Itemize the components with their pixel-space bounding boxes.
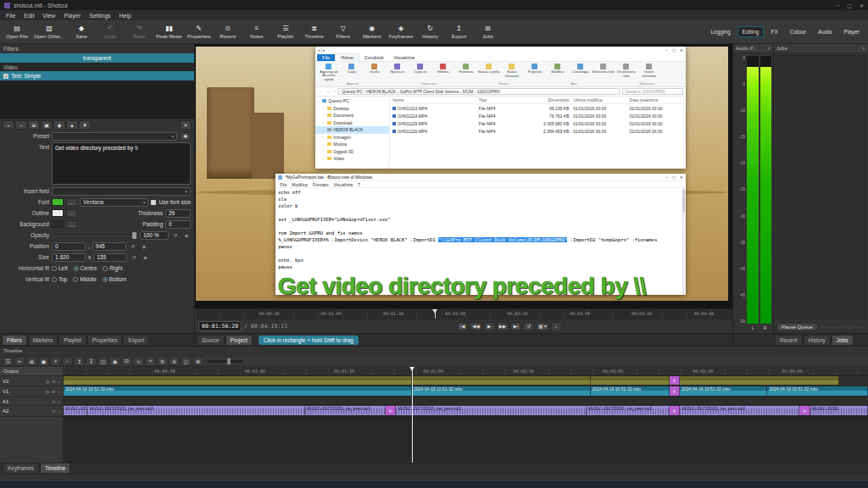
text-input[interactable]: Get video directory preceded by \\ [52,142,191,185]
tab-export[interactable]: Export [123,335,149,345]
clip[interactable]: MUSIC-262725333_nw_prev.mp3 [587,406,670,415]
clip[interactable]: 2024-04-19 10-51-32.mkv [412,386,591,396]
close-icon[interactable]: ✕ [862,46,865,51]
timeline-ruler[interactable]: 00:00:3000:01:0000:01:3000:02:0000:02:30… [64,367,868,376]
track-v2[interactable]: ✕ [64,376,868,386]
layout-player[interactable]: Player [839,26,865,37]
tab-jobs[interactable]: Jobs [832,335,854,345]
font-family-button[interactable]: Verdana [80,198,148,207]
insert-field-select[interactable] [52,187,191,196]
menu-item[interactable]: View [38,13,59,19]
tab-filters[interactable]: Filters [2,335,27,345]
vertical-fit-radio[interactable]: Bottom [103,276,127,282]
position-x-spinner[interactable]: 0 [52,242,86,251]
size-width-spinner[interactable]: 1.920 [52,253,86,262]
thickness-spinner[interactable]: 29 [165,209,191,218]
loop-button[interactable]: ↺ [523,322,534,331]
tab-recent[interactable]: Recent [775,335,803,345]
track-header-a1[interactable]: A1 ⊘♪ [0,397,63,406]
remove-filter-button[interactable]: − [15,120,27,130]
mute-icon[interactable]: ♪ [58,399,61,404]
overwrite-button[interactable]: ↧ [86,357,97,366]
tab-properties[interactable]: Properties [87,335,123,345]
player-playhead-marker[interactable] [432,309,437,313]
markers-button[interactable]: ◉ Markers [358,21,387,43]
ripple-all-button[interactable]: ≋ [157,357,168,366]
peak-meter-button[interactable]: ▮▮ Peak Meter [153,21,185,43]
video-preview[interactable]: ▾ | ▸ – ▢ ✕ FileHomeCondividiVisualizza [195,44,732,308]
tab-markers[interactable]: Markers [28,335,58,345]
keyframes-button[interactable]: ◈ Keyframes [387,21,416,43]
volume-button[interactable]: ♪ [551,322,562,331]
padding-spinner[interactable]: 0 [165,220,191,229]
track-a1[interactable] [64,397,868,406]
background-color-swatch[interactable] [52,220,64,228]
horizontal-fit-radio[interactable]: Centre [74,265,97,271]
size-reset-icon[interactable]: ↺ [130,254,138,260]
clip[interactable]: ✕ [670,406,680,415]
tab-playlist[interactable]: Playlist [58,335,86,345]
tab-source[interactable]: Source [197,335,225,345]
clip[interactable]: ✕ [386,406,396,415]
layout-logging[interactable]: Logging [705,26,735,37]
timeline-playhead-marker[interactable] [409,367,415,371]
grid-menu-button[interactable]: ▦ ▾ [536,322,549,331]
deselect-filter-button[interactable]: ✕ [180,120,192,130]
tab-project[interactable]: Project [225,335,253,345]
clip[interactable]: ✕ [799,406,810,415]
tab-timeline[interactable]: Timeline [40,463,70,473]
copy-button[interactable]: ⊞ [26,357,37,366]
ripple-delete-button[interactable]: − [62,357,73,366]
move-filter-up-button[interactable]: ▲ [66,120,78,130]
opacity-slider[interactable] [52,231,137,240]
clip[interactable] [591,376,670,385]
timeline-playhead[interactable] [412,367,413,463]
clip[interactable]: MUSIC-262725333_nw_prev.mp3 [680,406,799,415]
zoom-fit-button[interactable]: ◻ [181,357,192,366]
timeline-menu-button[interactable]: ☰ [3,357,14,366]
markers-toggle-button[interactable]: ◉ [109,357,120,366]
use-font-size-checkbox[interactable] [151,200,156,205]
vertical-fit-radio[interactable]: Middle [73,276,96,282]
clip[interactable]: 2024-04-19 10-51-32.mkv [680,386,767,396]
save-preset-button[interactable]: ✚ [180,132,191,141]
append-button[interactable]: + [50,357,61,366]
menu-item[interactable]: Player [59,13,85,19]
menu-item[interactable]: Settings [85,13,114,19]
history-button[interactable]: ↻ History [415,21,444,43]
redo-button[interactable]: ↷ Redo [125,21,153,43]
skip-end-button[interactable]: ▶| [510,322,521,331]
font-color-swatch[interactable] [52,198,64,206]
lock-icon[interactable]: ⊘ [52,389,55,394]
jobs-button[interactable]: ⊞ Jobs [473,21,502,43]
clip[interactable]: 2024-04-19 10-51-32.mkv [767,386,868,396]
ripple-button[interactable]: ≈ [145,357,156,366]
track-header-v1[interactable]: V1 ◎⊘♪ [0,386,63,397]
playlist-button[interactable]: ☰ Playlist [271,21,300,43]
paste-button[interactable]: ▣ [38,357,49,366]
player-ruler[interactable]: 00:00:3000:01:0000:01:3000:02:0000:02:30… [195,308,732,319]
outline-color-swatch[interactable] [52,209,64,217]
position-reset-icon[interactable]: ↺ [129,243,137,249]
position-keyframe-icon[interactable]: ◈ [140,243,148,249]
close-icon[interactable]: ✕ [860,3,864,8]
horizontal-fit-radio[interactable]: Left [52,265,68,271]
opacity-spinner[interactable]: 100 % [140,231,169,240]
lock-icon[interactable]: ⊘ [52,379,55,384]
mute-icon[interactable]: ♪ [58,389,61,394]
layout-editing[interactable]: Editing [737,26,765,37]
layout-audio[interactable]: Audio [813,26,837,37]
preset-select[interactable] [52,132,177,141]
minimize-icon[interactable]: – [837,3,839,8]
timeline-button[interactable]: ≣ Timeline [300,21,329,43]
clip[interactable]: MUSIC-26392 [810,406,868,415]
zoom-out-button[interactable]: ⊖ [169,357,180,366]
outline-color-picker-button[interactable]: … [66,209,77,218]
lock-icon[interactable]: ⊘ [52,399,55,404]
open-file-button[interactable]: ▤ Open File [3,21,31,43]
track-v1[interactable]: 2024-04-19 10-51-32.mkv2024-04-19 10-51-… [64,386,868,397]
recent-button[interactable]: ⊙ Recent [214,21,242,43]
skip-start-button[interactable]: |◀ [457,322,468,331]
opacity-reset-icon[interactable]: ↺ [171,232,180,238]
size-height-spinner[interactable]: 135 [93,253,127,262]
